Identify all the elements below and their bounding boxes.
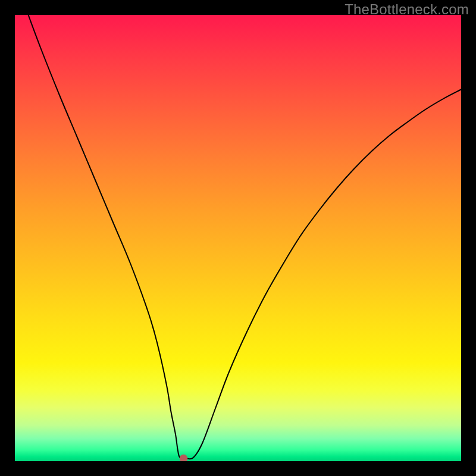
- minimum-marker: [180, 455, 188, 461]
- chart-frame: TheBottleneck.com: [0, 0, 476, 476]
- bottleneck-curve: [29, 15, 462, 459]
- watermark-label: TheBottleneck.com: [345, 1, 469, 18]
- curve-layer: [15, 15, 461, 461]
- plot-area: [15, 15, 461, 461]
